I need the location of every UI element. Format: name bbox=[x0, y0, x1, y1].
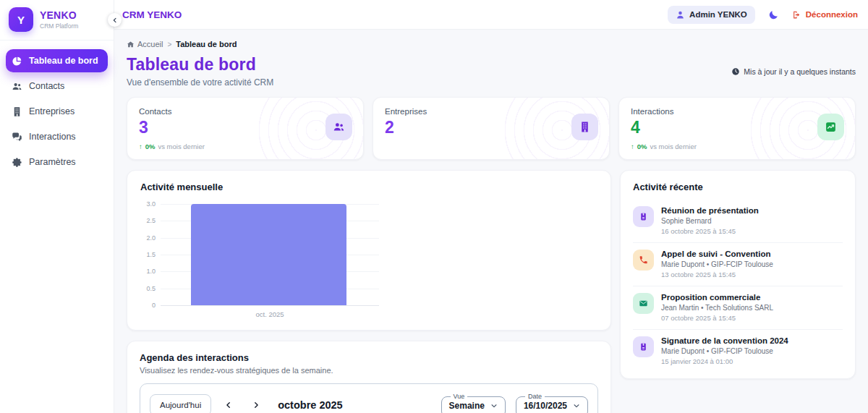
building-icon bbox=[11, 106, 22, 117]
view-select-label: Vue bbox=[451, 393, 468, 400]
sidebar-item-label: Contacts bbox=[29, 81, 64, 91]
chart-y-axis: 00.51.01.52.02.53.0 bbox=[140, 204, 161, 305]
sidebar-item-companies[interactable]: Entreprises bbox=[6, 100, 108, 123]
logo-badge: Y bbox=[9, 7, 33, 32]
sidebar-item-contacts[interactable]: Contacts bbox=[6, 74, 108, 98]
chart-bar bbox=[191, 204, 346, 305]
chevron-right-icon bbox=[252, 401, 260, 409]
breadcrumb-separator: > bbox=[167, 41, 171, 48]
moon-icon bbox=[768, 9, 779, 20]
gear-icon bbox=[11, 156, 22, 168]
dark-mode-toggle[interactable] bbox=[768, 9, 779, 20]
trend-up-icon: ↑ bbox=[139, 142, 142, 150]
stats-row: Contacts 3 ↑ 0% vs mois dernier Entrepri… bbox=[127, 97, 856, 160]
breadcrumb-home[interactable]: Accueil bbox=[127, 40, 163, 48]
date-select[interactable]: Date 16/10/2025 bbox=[516, 393, 588, 413]
stat-label: Contacts bbox=[139, 107, 352, 116]
phone-icon bbox=[633, 250, 654, 271]
list-item: Proposition commerciale Jean Martin • Te… bbox=[633, 286, 843, 330]
logout-label: Déconnexion bbox=[806, 10, 858, 19]
admin-user-button[interactable]: Admin YENKO bbox=[668, 6, 755, 24]
stat-value: 4 bbox=[631, 118, 843, 137]
left-column: Activité mensuelle 00.51.01.52.02.53.0 o… bbox=[127, 170, 611, 413]
sidebar-item-interactions[interactable]: Interactions bbox=[6, 125, 108, 148]
trend-up-icon: ↑ bbox=[631, 142, 634, 150]
stat-card-interactions: Interactions 4 ↑ 0% vs mois dernier bbox=[618, 97, 856, 160]
activity-contact: Sophie Bernard bbox=[661, 217, 759, 225]
activity-contact: Jean Martin • Tech Solutions SARL bbox=[661, 304, 773, 312]
notebook-icon bbox=[633, 336, 654, 357]
logout-button[interactable]: Déconnexion bbox=[792, 10, 858, 20]
date-select-label: Date bbox=[525, 393, 545, 400]
view-select[interactable]: Vue Semaine bbox=[441, 393, 506, 413]
app-root: Y YENKO CRM Platform Tableau de bord Con… bbox=[0, 0, 868, 413]
sidebar-item-label: Tableau de bord bbox=[29, 56, 98, 66]
sidebar-item-settings[interactable]: Paramètres bbox=[6, 150, 108, 174]
current-month-label: octobre 2025 bbox=[278, 399, 342, 411]
chevron-left-icon bbox=[225, 401, 232, 409]
today-button[interactable]: Aujourd'hui bbox=[150, 394, 211, 413]
sidebar-item-label: Interactions bbox=[29, 132, 76, 142]
chart-plot bbox=[161, 204, 379, 305]
users-icon bbox=[326, 114, 352, 140]
stat-trend: ↑ 0% vs mois dernier bbox=[139, 142, 352, 150]
app-tagline: CRM Platform bbox=[40, 22, 78, 30]
chevron-down-icon bbox=[573, 402, 580, 409]
list-item-text: Signature de la convention 2024 Marie Du… bbox=[661, 336, 788, 365]
agenda-title: Agenda des interactions bbox=[140, 352, 598, 363]
breadcrumb-current: Tableau de bord bbox=[176, 40, 237, 48]
next-period-button[interactable] bbox=[246, 399, 266, 412]
view-select-value: Semaine bbox=[449, 401, 485, 411]
stat-label: Interactions bbox=[631, 107, 843, 116]
agenda-subtitle: Visualisez les rendez-vous stratégiques … bbox=[140, 366, 598, 375]
building-icon bbox=[571, 114, 598, 140]
activity-date: 13 octobre 2025 à 15:45 bbox=[661, 271, 773, 278]
breadcrumb-home-label: Accueil bbox=[137, 40, 163, 48]
agenda-card: Agenda des interactions Visualisez les r… bbox=[127, 341, 611, 413]
trend-percent: 0% bbox=[637, 142, 647, 150]
app-name: YENKO bbox=[40, 9, 78, 21]
main-area: CRM YENKO Admin YENKO Déconnexion bbox=[114, 0, 868, 413]
comments-icon bbox=[11, 131, 22, 142]
home-icon bbox=[127, 41, 135, 48]
logout-icon bbox=[792, 10, 801, 20]
trend-percent: 0% bbox=[145, 142, 156, 150]
activity-title: Signature de la convention 2024 bbox=[661, 336, 788, 345]
last-updated-label: Mis à jour il y a quelques instants bbox=[744, 67, 856, 76]
stat-card-contacts: Contacts 3 ↑ 0% vs mois dernier bbox=[127, 97, 364, 160]
sidebar-collapse-button[interactable] bbox=[108, 13, 122, 27]
breadcrumb: Accueil > Tableau de bord bbox=[127, 40, 856, 48]
chevron-down-icon bbox=[490, 402, 498, 409]
list-item-text: Réunion de présentation Sophie Bernard 1… bbox=[661, 206, 759, 235]
activity-title: Réunion de présentation bbox=[661, 206, 759, 215]
title-block: Tableau de bord Vue d'ensemble de votre … bbox=[127, 55, 273, 88]
page-subtitle: Vue d'ensemble de votre activité CRM bbox=[127, 77, 273, 88]
logo-text: YENKO CRM Platform bbox=[40, 9, 78, 30]
stat-label: Entreprises bbox=[385, 107, 597, 116]
top-header: CRM YENKO Admin YENKO Déconnexion bbox=[114, 0, 868, 30]
envelope-icon bbox=[633, 293, 654, 314]
list-item-text: Proposition commerciale Jean Martin • Te… bbox=[661, 293, 773, 322]
page-title: Tableau de bord bbox=[127, 55, 273, 74]
pie-chart-icon bbox=[11, 55, 22, 67]
recent-activity-list: Réunion de présentation Sophie Bernard 1… bbox=[633, 200, 843, 372]
admin-user-label: Admin YENKO bbox=[689, 10, 747, 19]
activity-date: 15 janvier 2024 à 01:00 bbox=[661, 357, 788, 365]
app-logo: Y YENKO CRM Platform bbox=[0, 0, 114, 41]
activity-date: 07 octobre 2025 à 15:45 bbox=[661, 314, 773, 322]
activity-date: 16 octobre 2025 à 15:45 bbox=[661, 227, 759, 235]
prev-period-button[interactable] bbox=[218, 399, 239, 412]
sidebar-item-label: Paramètres bbox=[29, 157, 76, 167]
chart-title: Activité mensuelle bbox=[140, 182, 597, 192]
chart-x-tick-label: oct. 2025 bbox=[161, 310, 379, 318]
sidebar-nav: Tableau de bord Contacts Entreprises Int… bbox=[0, 41, 114, 176]
stat-value: 2 bbox=[385, 118, 597, 137]
notebook-icon bbox=[633, 206, 654, 227]
title-row: Tableau de bord Vue d'ensemble de votre … bbox=[127, 55, 856, 88]
page-content: Accueil > Tableau de bord Tableau de bor… bbox=[114, 30, 868, 413]
chart-line-icon bbox=[817, 114, 844, 140]
sidebar: Y YENKO CRM Platform Tableau de bord Con… bbox=[0, 0, 114, 413]
sidebar-item-dashboard[interactable]: Tableau de bord bbox=[6, 49, 108, 72]
toolbar-filters: Vue Semaine Date bbox=[441, 393, 588, 413]
logo-letter: Y bbox=[17, 14, 25, 26]
